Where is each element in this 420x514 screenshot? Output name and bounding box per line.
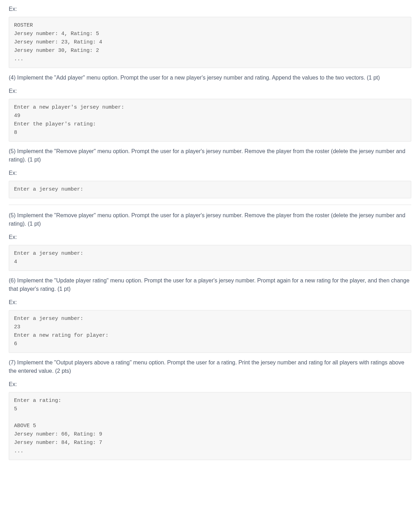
step-7-description: (7) Implement the "Output players above …: [9, 358, 411, 375]
example-label: Ex:: [9, 87, 411, 95]
step-5-description: (5) Implement the "Remove player" menu o…: [9, 147, 411, 164]
example-label: Ex:: [9, 233, 411, 241]
code-block-remove-player: Enter a jersey number: 4: [9, 245, 411, 271]
step-5-description-repeat: (5) Implement the "Remove player" menu o…: [9, 211, 411, 228]
example-label: Ex:: [9, 298, 411, 307]
step-4-description: (4) Implement the "Add player" menu opti…: [9, 74, 411, 82]
code-block-remove-player-partial: Enter a jersey number:: [9, 181, 411, 198]
code-block-above-rating: Enter a rating: 5 ABOVE 5 Jersey number:…: [9, 392, 411, 460]
code-block-add-player: Enter a new player's jersey number: 49 E…: [9, 99, 411, 142]
example-label: Ex:: [9, 169, 411, 177]
example-label: Ex:: [9, 5, 411, 13]
section-divider: [9, 205, 411, 205]
code-block-update-rating: Enter a jersey number: 23 Enter a new ra…: [9, 310, 411, 353]
code-block-roster: ROSTER Jersey number: 4, Rating: 5 Jerse…: [9, 17, 411, 68]
step-6-description: (6) Implement the "Update player rating"…: [9, 276, 411, 293]
example-label: Ex:: [9, 380, 411, 389]
